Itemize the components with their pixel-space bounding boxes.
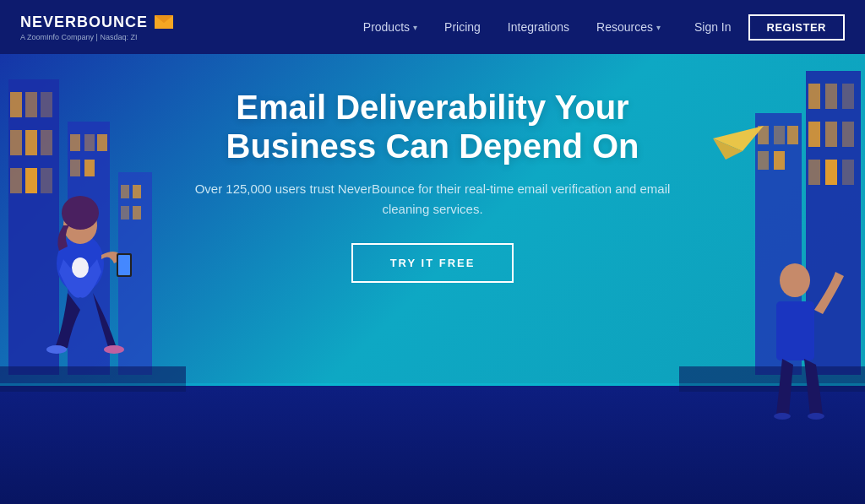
- svg-rect-33: [825, 160, 837, 185]
- brand-tagline: A ZoomInfo Company | Nasdaq: ZI: [20, 33, 173, 41]
- svg-point-54: [774, 413, 791, 420]
- nav-resources[interactable]: Resources ▾: [596, 20, 661, 34]
- figure-left-decoration: [17, 179, 152, 424]
- svg-rect-4: [10, 92, 22, 117]
- svg-point-49: [46, 345, 67, 354]
- try-free-button[interactable]: TRY IT FREE: [351, 243, 514, 283]
- sign-in-button[interactable]: Sign In: [694, 20, 732, 34]
- svg-rect-6: [41, 92, 52, 117]
- svg-rect-34: [842, 160, 854, 185]
- chevron-down-icon: ▾: [656, 23, 661, 32]
- chevron-down-icon: ▾: [413, 23, 417, 32]
- svg-rect-15: [84, 134, 95, 151]
- svg-rect-48: [118, 255, 130, 275]
- svg-point-53: [780, 263, 810, 297]
- svg-point-46: [62, 196, 99, 230]
- svg-rect-7: [10, 130, 22, 155]
- svg-point-51: [72, 257, 89, 278]
- envelope-svg: [155, 15, 173, 29]
- svg-point-50: [104, 345, 124, 354]
- svg-rect-5: [25, 92, 37, 117]
- svg-rect-52: [776, 301, 814, 360]
- svg-rect-26: [808, 84, 820, 109]
- logo[interactable]: NEVERBOUNCE A ZoomInfo Company | Nasdaq:…: [20, 14, 173, 41]
- svg-rect-40: [774, 151, 785, 170]
- svg-rect-38: [787, 126, 798, 144]
- register-button[interactable]: REGISTER: [748, 14, 845, 41]
- svg-rect-18: [84, 160, 95, 176]
- svg-rect-32: [808, 160, 820, 185]
- nav-actions: Sign In REGISTER: [694, 14, 845, 41]
- nav-links: Products ▾ Pricing Integrations Resource…: [363, 20, 661, 34]
- nav-products[interactable]: Products ▾: [363, 20, 417, 34]
- svg-rect-14: [70, 134, 80, 151]
- svg-rect-27: [825, 84, 837, 109]
- hero-content: Email Deliverability Your Business Can D…: [179, 88, 686, 283]
- svg-rect-9: [41, 130, 52, 155]
- brand-name: NEVERBOUNCE: [20, 14, 173, 31]
- navbar: NEVERBOUNCE A ZoomInfo Company | Nasdaq:…: [0, 0, 865, 54]
- nav-integrations[interactable]: Integrations: [508, 20, 569, 34]
- svg-rect-37: [774, 126, 785, 144]
- svg-rect-17: [70, 160, 80, 176]
- nav-pricing[interactable]: Pricing: [444, 20, 481, 34]
- svg-rect-16: [97, 134, 107, 151]
- svg-rect-29: [808, 122, 820, 147]
- figure-right-decoration: [747, 234, 857, 428]
- svg-rect-30: [825, 122, 837, 147]
- svg-rect-31: [842, 122, 854, 147]
- svg-rect-28: [842, 84, 854, 109]
- hero-title: Email Deliverability Your Business Can D…: [179, 88, 686, 165]
- svg-rect-8: [25, 130, 37, 155]
- hero-section: Email Deliverability Your Business Can D…: [0, 54, 865, 504]
- logo-envelope-icon: [155, 15, 173, 29]
- svg-rect-39: [758, 151, 769, 170]
- hero-subtitle: Over 125,000 users trust NeverBounce for…: [179, 179, 686, 219]
- svg-point-55: [808, 413, 824, 420]
